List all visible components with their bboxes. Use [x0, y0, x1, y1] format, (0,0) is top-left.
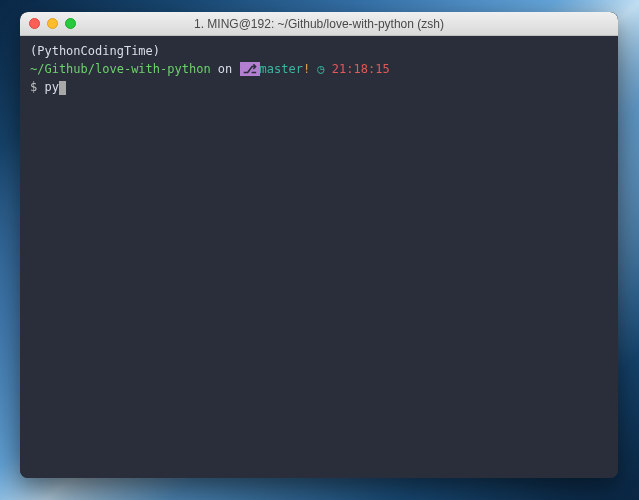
- prompt-on: on: [211, 62, 240, 76]
- cursor: [59, 81, 66, 95]
- window-titlebar[interactable]: 1. MING@192: ~/Github/love-with-python (…: [20, 12, 618, 36]
- branch-icon: ⎇: [240, 62, 260, 76]
- prompt-path: ~/Github/love-with-python: [30, 62, 211, 76]
- window-title: 1. MING@192: ~/Github/love-with-python (…: [20, 17, 618, 31]
- terminal-body[interactable]: (PythonCodingTime) ~/Github/love-with-py…: [20, 36, 618, 478]
- clock-icon: ◷: [317, 62, 324, 76]
- prompt-line: ~/Github/love-with-python on ⎇master! ◷ …: [30, 60, 608, 78]
- maximize-button[interactable]: [65, 18, 76, 29]
- terminal-window: 1. MING@192: ~/Github/love-with-python (…: [20, 12, 618, 478]
- branch-name: master: [260, 62, 303, 76]
- close-button[interactable]: [29, 18, 40, 29]
- typed-command: py: [44, 80, 58, 94]
- input-line[interactable]: $ py: [30, 78, 608, 96]
- prompt-symbol: $: [30, 80, 44, 94]
- prompt-time: 21:18:15: [332, 62, 390, 76]
- context-line: (PythonCodingTime): [30, 42, 608, 60]
- minimize-button[interactable]: [47, 18, 58, 29]
- traffic-lights: [29, 18, 76, 29]
